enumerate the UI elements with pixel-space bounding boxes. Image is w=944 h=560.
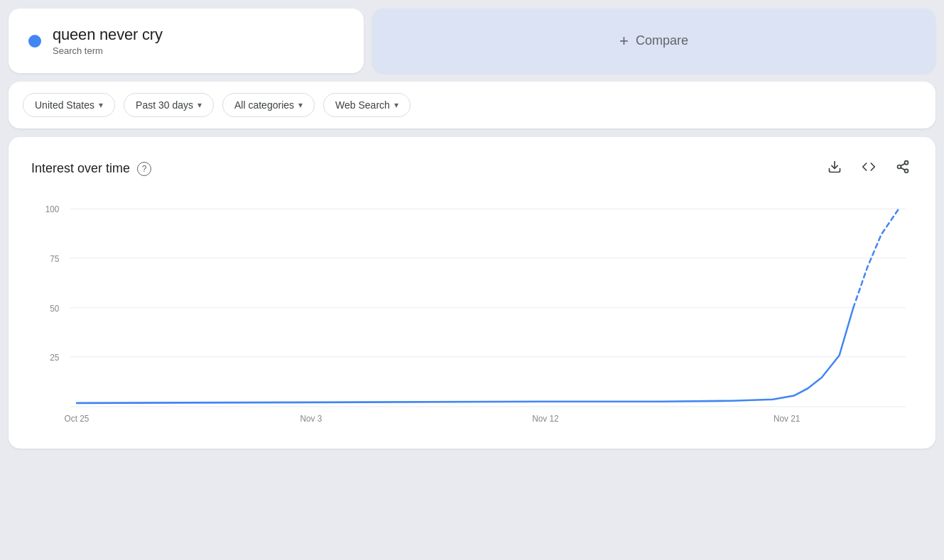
search-term-text: queen never cry Search term [53,26,163,56]
chart-actions [825,157,913,180]
region-chevron-icon: ▾ [99,100,103,110]
category-filter[interactable]: All categories ▾ [222,93,315,117]
category-label: All categories [234,99,294,111]
region-label: United States [35,99,94,111]
svg-text:Oct 25: Oct 25 [65,413,89,423]
svg-text:75: 75 [50,253,59,263]
search-type-label: Web Search [335,99,390,111]
search-term-title: queen never cry [53,26,163,44]
search-type-filter[interactable]: Web Search ▾ [323,93,411,117]
chart-header: Interest over time ? [31,157,913,180]
period-filter[interactable]: Past 30 days ▾ [124,93,214,117]
search-term-card: queen never cry Search term [9,9,364,73]
chart-title: Interest over time [31,161,130,176]
category-chevron-icon: ▾ [298,100,303,110]
chart-title-row: Interest over time ? [31,161,151,176]
svg-text:25: 25 [50,353,59,363]
chart-area: 100 75 50 25 Oct 25 Nov 3 Nov 12 Nov 21 [31,202,913,429]
period-label: Past 30 days [136,99,193,111]
svg-line-5 [901,163,905,165]
download-button[interactable] [825,157,845,180]
svg-text:Nov 21: Nov 21 [774,413,801,423]
compare-plus-icon: + [619,32,629,50]
svg-text:Nov 12: Nov 12 [532,413,559,423]
share-button[interactable] [893,157,913,180]
search-term-subtitle: Search term [53,45,163,56]
region-filter[interactable]: United States ▾ [23,93,115,117]
svg-text:100: 100 [45,204,60,214]
search-type-chevron-icon: ▾ [394,100,398,110]
period-chevron-icon: ▾ [197,100,202,110]
svg-line-4 [901,168,905,170]
search-dot [28,35,41,48]
trend-line-solid [77,308,853,403]
compare-label: Compare [636,33,688,48]
compare-card[interactable]: + Compare [372,9,935,73]
svg-text:Nov 3: Nov 3 [300,413,322,423]
help-icon[interactable]: ? [137,162,151,176]
embed-button[interactable] [859,157,879,180]
chart-card: Interest over time ? [9,137,935,449]
filters-row: United States ▾ Past 30 days ▾ All categ… [9,82,935,128]
chart-svg: 100 75 50 25 Oct 25 Nov 3 Nov 12 Nov 21 [31,202,913,429]
svg-text:50: 50 [50,304,59,314]
